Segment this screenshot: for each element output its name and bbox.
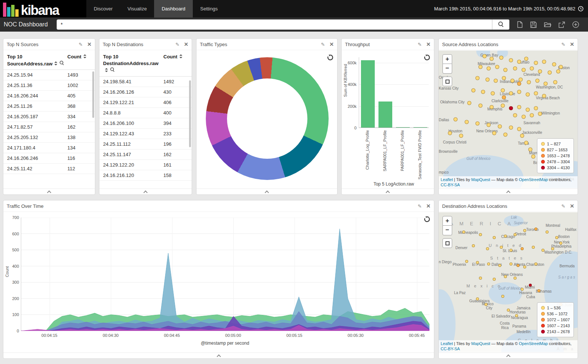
- map-marker[interactable]: [513, 113, 517, 117]
- map-marker[interactable]: [534, 91, 538, 95]
- map-marker[interactable]: [534, 262, 537, 265]
- close-panel-icon[interactable]: ✕: [570, 203, 574, 209]
- sort-icon[interactable]: [83, 54, 87, 58]
- tile-map[interactable]: + − 1 – 827827 – 16531653 – 24782478 – 3…: [439, 51, 578, 188]
- map-marker[interactable]: [517, 264, 520, 267]
- map-marker[interactable]: [532, 246, 535, 249]
- search-button[interactable]: [492, 19, 509, 30]
- filter-search-icon[interactable]: [60, 61, 64, 65]
- osm-link[interactable]: OpenStreetMap: [519, 341, 548, 346]
- zoom-out-button[interactable]: −: [442, 64, 452, 74]
- map-marker[interactable]: [478, 65, 482, 69]
- map-marker[interactable]: [523, 229, 526, 232]
- map-marker[interactable]: [544, 81, 548, 86]
- edit-panel-icon[interactable]: ✎: [321, 42, 325, 47]
- map-marker[interactable]: [501, 295, 504, 298]
- collapse-panel-button[interactable]: [439, 352, 578, 358]
- nav-tab-discover[interactable]: Discover: [86, 0, 120, 17]
- map-marker[interactable]: [479, 233, 482, 236]
- map-marker[interactable]: [476, 76, 480, 80]
- osm-link[interactable]: OpenStreetMap: [519, 177, 548, 182]
- map-marker[interactable]: [538, 69, 542, 73]
- map-marker[interactable]: [531, 154, 535, 158]
- leaflet-link[interactable]: Leaflet: [441, 177, 453, 182]
- bar[interactable]: [361, 60, 375, 128]
- map-marker[interactable]: [519, 77, 523, 81]
- license-link[interactable]: CC-BY-SA: [441, 183, 460, 187]
- map-marker[interactable]: [492, 131, 496, 135]
- map-marker[interactable]: [448, 131, 452, 135]
- map-marker[interactable]: [479, 277, 482, 280]
- map-marker[interactable]: [467, 101, 472, 105]
- nav-tab-visualize[interactable]: Visualize: [120, 0, 154, 17]
- map-marker[interactable]: [535, 79, 539, 83]
- map-marker[interactable]: [523, 265, 526, 268]
- map-marker[interactable]: [493, 278, 496, 281]
- map-marker[interactable]: [538, 112, 542, 116]
- nav-tab-dashboard[interactable]: Dashboard: [154, 0, 193, 17]
- bar[interactable]: [413, 127, 427, 128]
- map-marker[interactable]: [464, 120, 469, 124]
- map-marker[interactable]: [472, 88, 476, 93]
- edit-panel-icon[interactable]: ✎: [561, 42, 565, 47]
- map-marker[interactable]: [509, 106, 513, 110]
- mapquest-link[interactable]: MapQuest: [471, 177, 490, 182]
- fit-bounds-button[interactable]: [442, 238, 452, 248]
- map-marker[interactable]: [485, 77, 489, 81]
- map-marker[interactable]: [495, 65, 499, 69]
- kibana-logo[interactable]: kibana: [0, 0, 86, 17]
- panel-header[interactable]: Traffic Over Time ✎✕: [3, 200, 434, 212]
- map-marker[interactable]: [476, 261, 479, 264]
- time-range-picker[interactable]: March 19th 2015, 00:04:06.916 to March 1…: [434, 0, 588, 17]
- map-marker[interactable]: [476, 297, 479, 300]
- close-panel-icon[interactable]: ✕: [329, 42, 334, 47]
- map-marker[interactable]: [487, 262, 490, 265]
- edit-panel-icon[interactable]: ✎: [561, 203, 565, 209]
- panel-header[interactable]: Top N Destinations ✎✕: [99, 39, 192, 50]
- apply-time-icon[interactable]: [327, 54, 333, 62]
- map-marker[interactable]: [500, 246, 503, 249]
- map-marker[interactable]: [509, 58, 513, 62]
- map-marker[interactable]: [513, 67, 517, 71]
- map-marker[interactable]: [472, 244, 475, 247]
- query-input[interactable]: [57, 19, 492, 30]
- map-marker[interactable]: [528, 148, 533, 152]
- map-marker[interactable]: [504, 235, 507, 238]
- sort-icon[interactable]: [105, 68, 108, 72]
- fit-bounds-button[interactable]: [442, 77, 452, 86]
- map-marker[interactable]: [515, 314, 518, 317]
- map-marker[interactable]: [498, 124, 502, 128]
- panel-header[interactable]: Throughput ✎✕: [342, 39, 434, 50]
- map-marker[interactable]: [493, 236, 496, 239]
- panel-header[interactable]: Source Address Locations ✎✕: [439, 39, 578, 50]
- map-marker[interactable]: [521, 247, 524, 250]
- map-marker[interactable]: [504, 275, 507, 278]
- collapse-panel-button[interactable]: [196, 189, 337, 194]
- map-marker[interactable]: [525, 93, 530, 97]
- bar[interactable]: [396, 127, 410, 128]
- map-marker[interactable]: [509, 126, 513, 130]
- map-marker[interactable]: [553, 80, 557, 84]
- tile-map[interactable]: + − 1 – 536536 – 10721072 – 16071607 – 2…: [439, 212, 578, 352]
- map-marker[interactable]: [453, 117, 457, 122]
- map-marker[interactable]: [487, 67, 491, 71]
- sort-icon[interactable]: [54, 61, 58, 65]
- bar[interactable]: [378, 102, 392, 128]
- map-marker[interactable]: [504, 68, 508, 72]
- map-marker[interactable]: [462, 231, 465, 233]
- map-marker[interactable]: [534, 61, 538, 65]
- collapse-panel-button[interactable]: [3, 352, 434, 358]
- map-marker[interactable]: [514, 233, 517, 236]
- map-marker[interactable]: [478, 104, 482, 108]
- map-marker[interactable]: [489, 105, 493, 109]
- zoom-out-button[interactable]: −: [442, 226, 452, 235]
- map-marker[interactable]: [521, 288, 524, 291]
- edit-panel-icon[interactable]: ✎: [418, 203, 422, 209]
- collapse-panel-button[interactable]: [99, 189, 192, 194]
- column-header-destination-address[interactable]: Top 10 DestinationAddress.raw: [103, 54, 163, 74]
- map-marker[interactable]: [502, 95, 506, 99]
- map-marker[interactable]: [521, 115, 525, 119]
- map-marker[interactable]: [493, 79, 498, 83]
- edit-panel-icon[interactable]: ✎: [79, 42, 83, 47]
- map-marker[interactable]: [501, 88, 505, 93]
